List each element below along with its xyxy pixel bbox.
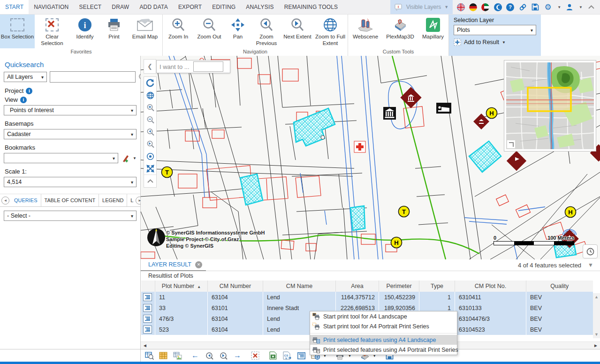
menu-item-print-selected-landscape[interactable]: Print selected features using A4 Landsca… (310, 335, 457, 345)
zoom-full-extent-button[interactable]: Zoom to Full Extent (313, 15, 348, 48)
project-info-icon[interactable]: i (26, 88, 32, 94)
layer-result-tab[interactable]: LAYER RESULT ✕ (141, 259, 206, 271)
tab-add-data[interactable]: ADD DATA (134, 0, 173, 14)
table-row[interactable]: 1163104Lend 1164,375712150,4522391 63104… (141, 292, 593, 303)
time-slider-button[interactable] (583, 244, 598, 258)
panel-collapse-icon[interactable]: ▼ (588, 262, 593, 268)
scroll-left-icon[interactable]: ◄ (143, 343, 147, 348)
email-map-button[interactable]: Email Map (128, 15, 162, 48)
tab-navigation[interactable]: NAVIGATION (29, 0, 74, 14)
tab-legend[interactable]: LEGEND (99, 194, 127, 206)
col-cm-name[interactable]: CM Name (263, 281, 336, 292)
feature-detail-icon[interactable] (143, 293, 152, 301)
flag-uae-icon[interactable] (481, 3, 489, 11)
col-quality[interactable]: Quality (526, 281, 593, 292)
tab-draw[interactable]: DRAW (106, 0, 134, 14)
first-page-icon[interactable]: ← (190, 351, 200, 360)
overview-map[interactable] (504, 60, 596, 152)
col-plot-number[interactable]: Plot Number (155, 281, 208, 292)
prev-selection-icon[interactable] (205, 351, 214, 360)
export-csv-icon[interactable]: CSV (282, 351, 292, 360)
map-zoom-previous-icon[interactable] (144, 126, 156, 138)
zoom-in-button[interactable]: Zoom In (163, 15, 194, 48)
share-link-icon[interactable] (518, 3, 527, 11)
map-zoom-next-icon[interactable] (144, 138, 156, 150)
selection-layer-select[interactable]: Plots (454, 25, 536, 35)
flag-uk-icon[interactable] (457, 3, 465, 11)
menu-item-print-selected-portrait[interactable]: Print selected features using A4 Portrai… (310, 345, 457, 355)
full-extent-globe-icon[interactable] (144, 89, 156, 101)
user-account-icon[interactable] (565, 3, 574, 11)
bookmark-select[interactable] (4, 153, 118, 163)
tab-start[interactable]: START (0, 0, 29, 14)
tab-export[interactable]: EXPORT (173, 0, 207, 14)
print-button[interactable]: Print (100, 15, 128, 48)
collapse-ribbon-icon[interactable] (587, 3, 595, 11)
detail-list-icon[interactable] (296, 351, 306, 360)
identify-button[interactable]: i Identify (69, 15, 100, 48)
basemap-select[interactable]: Cadaster (4, 129, 137, 139)
col-type[interactable]: Type (419, 281, 455, 292)
help-icon[interactable]: ? (506, 3, 514, 11)
add-bookmark-icon[interactable] (121, 154, 130, 163)
next-selection-icon[interactable] (219, 351, 228, 360)
feature-detail-icon[interactable] (143, 315, 152, 323)
map-zoom-in-icon[interactable] (144, 101, 156, 114)
night-mode-icon[interactable] (494, 3, 502, 11)
map-zoom-out-icon[interactable] (144, 114, 156, 126)
col-cm-number[interactable]: CM Number (208, 281, 263, 292)
tab-select[interactable]: SELECT (74, 0, 106, 14)
tab-analysis[interactable]: ANALYSIS (241, 0, 279, 14)
menu-item-print-tool-portrait[interactable]: Start print tool for A4 Portrait Print S… (310, 321, 457, 331)
menu-item-print-tool-landscape[interactable]: Start print tool for A4 Landscape (310, 311, 457, 321)
tabs-scroll-left-icon[interactable]: ◄ (1, 197, 9, 205)
box-selection-button[interactable]: Box Selection (0, 15, 35, 48)
quicksearch-input[interactable] (50, 71, 136, 83)
overview-collapse-icon[interactable] (507, 140, 515, 148)
table-vertical-scrollbar[interactable]: ▲ ▼ (593, 293, 600, 338)
i-want-to-input[interactable] (193, 61, 223, 72)
query-select[interactable]: - Select - (4, 211, 137, 221)
tab-truncated[interactable]: L (127, 194, 134, 206)
tab-remaining-tools[interactable]: REMAINING TOOLS (279, 0, 343, 14)
scale-select[interactable]: 4,514 (4, 177, 137, 187)
remove-selection-icon[interactable] (251, 351, 260, 360)
zoom-previous-button[interactable]: Zoom Previous (251, 15, 282, 48)
close-result-icon[interactable]: ✕ (195, 261, 202, 268)
col-perimeter[interactable]: Perimeter (379, 281, 419, 292)
pan-button[interactable]: Pan (225, 15, 251, 48)
feature-detail-icon[interactable] (143, 326, 152, 334)
tab-table-of-content[interactable]: TABLE OF CONTENT (41, 194, 99, 206)
col-area[interactable]: Area (336, 281, 379, 292)
plexmap3d-button[interactable]: PlexMap3D (383, 15, 418, 48)
default-extent-icon[interactable] (144, 77, 156, 89)
table-view-icon[interactable] (159, 351, 168, 360)
scroll-down-icon[interactable]: ▼ (594, 332, 599, 337)
bookmark-menu-caret-icon[interactable]: ▼ (133, 156, 137, 160)
save-session-icon[interactable] (531, 3, 539, 11)
mapillary-button[interactable]: Mapillary (418, 15, 448, 48)
scroll-up-icon[interactable]: ▲ (594, 295, 599, 299)
next-extent-button[interactable]: Next Extent (282, 15, 313, 48)
add-to-result-button[interactable]: Add to Result ▼ (454, 38, 536, 46)
map-canvas[interactable]: T T H H H © Syne (141, 56, 600, 259)
export-excel-icon[interactable] (268, 351, 278, 360)
tools-collapse-up-icon[interactable] (144, 174, 156, 187)
settings-caret-icon[interactable]: ▼ (557, 5, 561, 9)
settings-gear-icon[interactable]: ⚙ (544, 3, 552, 11)
last-page-icon[interactable]: → (233, 351, 242, 360)
report-view-icon[interactable] (173, 351, 182, 360)
expand-arrows-icon[interactable] (144, 162, 156, 174)
clear-selection-button[interactable]: Clear Selection (35, 15, 69, 48)
feature-detail-icon[interactable] (143, 304, 152, 312)
tab-editing[interactable]: EDITING (207, 0, 241, 14)
col-cm-plot-no[interactable]: CM Plot No. (455, 281, 526, 292)
collapse-sidebar-button[interactable]: ❮ (144, 59, 156, 74)
view-select[interactable]: Points of Interest (4, 105, 137, 115)
visible-layers-dropdown[interactable]: i Visible Layers ▼ (390, 0, 453, 14)
add-to-result-caret-icon[interactable]: ▼ (502, 40, 506, 45)
scroll-right-icon[interactable]: ► (593, 343, 598, 348)
flag-germany-icon[interactable] (469, 3, 477, 11)
zoom-out-button[interactable]: Zoom Out (194, 15, 225, 48)
quicksearch-layer-select[interactable]: All Layers (4, 72, 47, 82)
